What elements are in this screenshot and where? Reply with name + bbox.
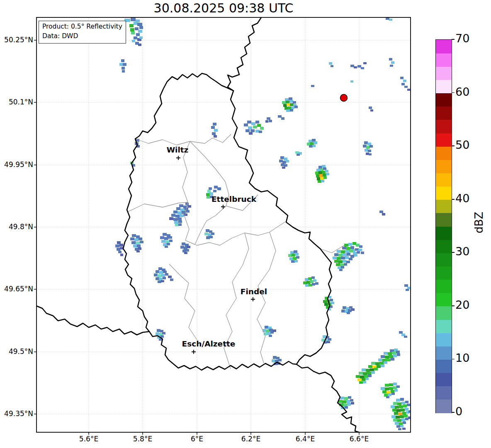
colorbar-segment xyxy=(436,306,452,320)
y-tick-label: 50.1°N xyxy=(0,98,33,106)
colorbar-tick-label: 70 xyxy=(455,32,469,45)
y-tick-label: 49.8°N xyxy=(0,223,33,231)
x-tick-label: 5.6°E xyxy=(70,435,107,443)
map-background xyxy=(36,17,411,432)
product-info-line2: Data: DWD xyxy=(42,31,122,41)
colorbar-tick-label: 30 xyxy=(455,245,469,258)
colorbar-tick-mark xyxy=(452,199,455,200)
radar-site-marker xyxy=(340,94,348,102)
city-label: Findel xyxy=(241,287,267,296)
colorbar-segment xyxy=(436,173,452,186)
colorbar-tick-label: 50 xyxy=(455,138,469,151)
colorbar-segment xyxy=(436,120,452,133)
colorbar-segment xyxy=(436,293,452,307)
colorbar-segment xyxy=(436,346,452,360)
city-label: Esch/Alzette xyxy=(182,339,236,348)
colorbar-tick-mark xyxy=(452,145,455,146)
colorbar-tick-mark xyxy=(452,252,455,253)
colorbar-tick-label: 60 xyxy=(455,85,469,98)
colorbar-segment xyxy=(436,213,452,227)
colorbar-tick-mark xyxy=(452,39,455,40)
x-tick-label: 6°E xyxy=(178,435,216,443)
colorbar-segment xyxy=(436,146,452,160)
y-tick-label: 50.25°N xyxy=(0,36,33,44)
colorbar-unit-label: dBZ xyxy=(473,208,485,233)
colorbar-segment xyxy=(436,333,452,346)
colorbar-segment xyxy=(436,386,452,400)
colorbar-segment xyxy=(436,40,452,53)
x-tick-label: 5.8°E xyxy=(124,435,161,443)
colorbar-segment xyxy=(436,160,452,173)
product-info-box: Product: 0.5° Reflectivity Data: DWD xyxy=(39,21,126,44)
product-info-line1: Product: 0.5° Reflectivity xyxy=(42,22,122,31)
y-tick-label: 49.95°N xyxy=(0,160,33,169)
y-tick-label: 49.35°N xyxy=(0,409,33,418)
x-tick-label: 6.6°E xyxy=(340,435,378,443)
colorbar-segment xyxy=(436,359,452,373)
colorbar-tick-mark xyxy=(452,359,455,360)
colorbar-tick-mark xyxy=(452,412,455,413)
city-label: Wiltz xyxy=(167,145,189,154)
colorbar-segment xyxy=(436,200,452,213)
colorbar-segment xyxy=(436,133,452,147)
colorbar-segment xyxy=(436,226,452,240)
colorbar-segment xyxy=(436,186,452,200)
radar-map: WiltzEttelbruckFindelEsch/Alzette xyxy=(0,0,491,448)
y-tick-label: 49.5°N xyxy=(0,347,33,356)
colorbar-segment xyxy=(436,400,452,413)
colorbar-segment xyxy=(436,240,452,253)
colorbar-segment xyxy=(436,93,452,107)
x-tick-label: 6.4°E xyxy=(287,435,324,443)
colorbar-tick-mark xyxy=(452,92,455,93)
colorbar-tick-label: 0 xyxy=(455,405,462,418)
x-tick-label: 6.2°E xyxy=(232,435,270,443)
colorbar-tick-mark xyxy=(452,305,455,306)
y-tick-label: 49.65°N xyxy=(0,285,33,293)
colorbar xyxy=(435,39,452,413)
colorbar-tick-label: 10 xyxy=(455,351,469,364)
colorbar-tick-label: 40 xyxy=(455,192,469,205)
colorbar-segment xyxy=(436,280,452,293)
colorbar-segment xyxy=(436,107,452,120)
colorbar-segment xyxy=(436,66,452,80)
colorbar-segment xyxy=(436,253,452,266)
colorbar-segment xyxy=(436,53,452,67)
colorbar-tick-label: 20 xyxy=(455,298,469,311)
colorbar-segment xyxy=(436,373,452,387)
colorbar-segment xyxy=(436,320,452,333)
city-label: Ettelbruck xyxy=(211,195,257,203)
colorbar-segment xyxy=(436,266,452,280)
colorbar-segment xyxy=(436,80,452,93)
radar-figure: 30.08.2025 09:38 UTC WiltzEttelbruck xyxy=(0,0,491,448)
